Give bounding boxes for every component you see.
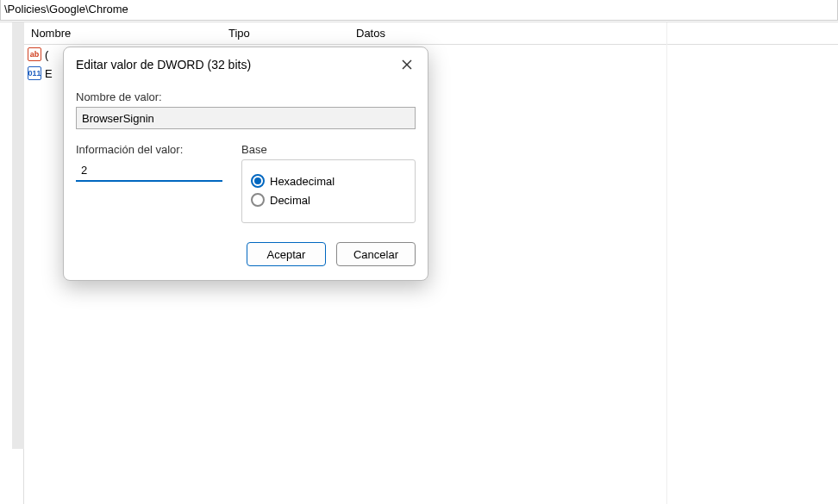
close-icon[interactable] (398, 56, 416, 73)
value-data-field[interactable] (76, 159, 222, 182)
radio-decimal[interactable]: Decimal (251, 193, 406, 207)
ok-button[interactable]: Aceptar (247, 242, 326, 266)
column-header-type[interactable]: Tipo (222, 23, 349, 43)
reg-dword-icon: 011 (28, 66, 41, 80)
edit-dword-dialog: Editar valor de DWORD (32 bits) Nombre d… (63, 47, 428, 281)
dialog-title: Editar valor de DWORD (32 bits) (76, 58, 251, 72)
base-group-label: Base (241, 143, 416, 156)
radio-hexadecimal[interactable]: Hexadecimal (251, 174, 406, 188)
reg-string-icon: ab (28, 47, 41, 61)
row-name-text: E (45, 67, 53, 80)
row-name-text: ( (45, 48, 48, 61)
address-bar[interactable]: \Policies\Google\Chrome (0, 0, 838, 21)
radio-icon (251, 174, 265, 188)
radio-icon (251, 193, 265, 207)
value-data-label: Información del valor: (76, 143, 222, 156)
dialog-body: Nombre de valor: Información del valor: … (64, 80, 428, 233)
tree-panel (0, 22, 24, 504)
radio-label: Decimal (270, 194, 310, 207)
base-group: Hexadecimal Decimal (241, 159, 416, 223)
radio-label: Hexadecimal (270, 175, 335, 188)
dialog-titlebar: Editar valor de DWORD (32 bits) (64, 47, 428, 80)
cancel-button[interactable]: Cancelar (336, 242, 416, 266)
dialog-button-row: Aceptar Cancelar (64, 233, 428, 280)
list-header: Nombre Tipo Datos (24, 22, 838, 45)
tree-scrollbar[interactable] (12, 22, 24, 449)
value-name-label: Nombre de valor: (76, 90, 416, 103)
column-separator (666, 22, 667, 504)
column-header-name[interactable]: Nombre (24, 23, 222, 43)
column-header-data[interactable]: Datos (349, 23, 838, 43)
value-name-field[interactable] (76, 107, 416, 129)
